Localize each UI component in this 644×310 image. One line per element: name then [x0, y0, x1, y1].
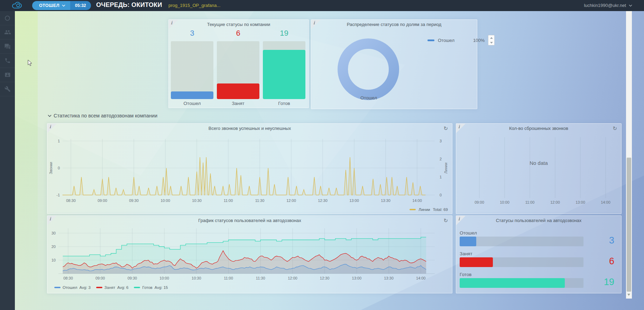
background-strip	[15, 11, 38, 310]
sidebar-item-calls[interactable]	[0, 54, 15, 68]
gauge-fill	[171, 91, 213, 99]
value-spinner[interactable]	[488, 35, 495, 45]
svg-text:12:00: 12:00	[550, 200, 560, 204]
gauge-value: 19	[594, 277, 614, 287]
svg-text:Линии: Линии	[444, 162, 448, 174]
svg-text:10:30: 10:30	[192, 198, 202, 203]
svg-text:11:00: 11:00	[525, 200, 535, 204]
gauge-fill	[460, 278, 565, 288]
legend-label[interactable]: Отошел	[438, 38, 454, 43]
legend-label[interactable]: Линии	[418, 207, 430, 212]
svg-text:Звонки: Звонки	[49, 162, 53, 174]
info-icon[interactable]: i	[171, 20, 172, 25]
users-icon	[4, 29, 11, 36]
scrollbar-down-arrow-icon[interactable]	[627, 294, 630, 296]
left-sidebar	[0, 11, 15, 310]
queue-title: ОЧЕРЕДЬ: ОКИТОКИ	[96, 1, 162, 9]
info-icon[interactable]: i	[49, 216, 51, 221]
wrench-icon	[4, 86, 11, 92]
legend-avg: Avg: 6	[117, 285, 128, 290]
svg-text:10:00: 10:00	[159, 276, 169, 280]
svg-text:09:00: 09:00	[95, 276, 105, 280]
svg-text:08:30: 08:30	[63, 276, 73, 280]
gauge-track	[460, 278, 583, 288]
dashboard-canvas: i Текущие статусы по компании 3Отошел6За…	[15, 11, 644, 310]
info-icon[interactable]: i	[49, 124, 51, 129]
vertical-scrollbar-thumb[interactable]	[627, 158, 631, 292]
gauge-track	[460, 237, 583, 246]
svg-text:09:30: 09:30	[128, 276, 137, 280]
svg-text:12:00: 12:00	[286, 198, 296, 203]
svg-text:0: 0	[440, 193, 442, 197]
calls-line-chart: 08:3009:0009:3010:0010:3011:0011:3012:00…	[47, 124, 452, 214]
gauge-fill	[460, 257, 493, 267]
gauge-fill	[460, 237, 476, 246]
svg-text:09:00: 09:00	[475, 200, 484, 204]
panel-title[interactable]: Статусы пользователей на автодозвонах	[456, 218, 621, 223]
panel-dropped-calls: i Кол-во сброшенных звонков ↻ 09:0010:00…	[456, 123, 622, 214]
panel-calls-chart: i Всего звонков успешных и неуспешных ↻ …	[47, 123, 452, 214]
svg-text:14:00: 14:00	[412, 198, 422, 203]
svg-text:08:30: 08:30	[66, 198, 76, 203]
panel-title[interactable]: Распределение статусов по долям за перио…	[311, 22, 477, 27]
contacts-icon	[4, 72, 11, 78]
legend-item[interactable]: ГотовAvg: 15	[134, 285, 168, 290]
agent-status-button[interactable]: ОТОШЕЛ 05:32	[32, 1, 91, 10]
legend-dash	[54, 287, 61, 288]
svg-text:1: 1	[58, 139, 60, 143]
sidebar-item-settings[interactable]	[0, 82, 15, 96]
info-icon[interactable]: i	[458, 124, 460, 129]
info-icon[interactable]: i	[313, 20, 315, 25]
gauge-label: Отошел	[171, 101, 213, 106]
user-menu[interactable]: luchkin1990@ukr.net	[584, 3, 632, 8]
svg-text:13:00: 13:00	[576, 200, 585, 204]
panel-status-share: i Распределение статусов по долям за пер…	[311, 19, 477, 109]
svg-text:13:00: 13:00	[352, 276, 362, 280]
svg-text:10:30: 10:30	[192, 276, 201, 280]
sidebar-item-status[interactable]	[0, 11, 15, 25]
svg-text:14:00: 14:00	[601, 200, 610, 204]
legend-item[interactable]: ЗанятAvg: 6	[96, 285, 129, 290]
gauge-label: Отошел	[460, 230, 477, 236]
sidebar-item-contacts[interactable]	[0, 68, 15, 82]
svg-text:13:30: 13:30	[384, 276, 394, 280]
gauge-value: 6	[594, 256, 614, 267]
user-email: luchkin1990@ukr.net	[584, 3, 626, 8]
gauge-track	[460, 257, 583, 267]
svg-text:12:30: 12:30	[318, 198, 328, 203]
svg-text:3: 3	[440, 139, 442, 143]
legend-dash	[427, 39, 434, 41]
mouse-cursor	[28, 60, 33, 67]
sidebar-item-users[interactable]	[0, 25, 15, 39]
spinner-up-icon[interactable]	[490, 37, 493, 39]
sidebar-item-chats[interactable]	[0, 39, 15, 54]
status-circle-icon	[4, 15, 11, 21]
dashboard-link[interactable]: prog_1915_OP_grafana...	[168, 3, 220, 8]
info-icon[interactable]: i	[458, 216, 460, 221]
legend-item[interactable]: ОтошелAvg: 3	[54, 285, 91, 290]
vertical-scrollbar-track[interactable]	[626, 11, 632, 299]
app-logo-icon[interactable]	[12, 1, 22, 10]
svg-text:-1: -1	[56, 193, 60, 197]
gauge-label: Занят	[460, 251, 472, 256]
top-bar: ОТОШЕЛ 05:32 ОЧЕРЕДЬ: ОКИТОКИ prog_1915_…	[0, 0, 644, 11]
gauge-label: Готов	[460, 272, 471, 277]
phone-icon	[4, 57, 11, 64]
panel-title[interactable]: Текущие статусы по компании	[169, 22, 309, 27]
gauge-value: 19	[263, 29, 305, 38]
gauge-fill	[217, 83, 259, 99]
svg-text:11:00: 11:00	[224, 198, 233, 203]
chart-legend: Линии Total: 69	[410, 207, 448, 212]
gauge-label: Занят	[217, 101, 259, 106]
svg-text:12:00: 12:00	[288, 276, 297, 280]
panel-user-status-gauges: i Статусы пользователей на автодозвонах …	[456, 215, 622, 293]
section-collapse-header[interactable]: Статистика по всем автодозвонам компании	[48, 113, 157, 118]
svg-text:11:30: 11:30	[255, 198, 265, 203]
gauge-fill	[263, 50, 305, 99]
svg-text:13:00: 13:00	[349, 198, 359, 203]
donut-legend: Отошел 100%	[427, 35, 495, 45]
legend-dash	[134, 287, 140, 288]
spinner-down-icon[interactable]	[490, 42, 493, 44]
donut-slice-label: Отошел	[348, 95, 389, 100]
chevron-down-icon	[48, 115, 52, 117]
